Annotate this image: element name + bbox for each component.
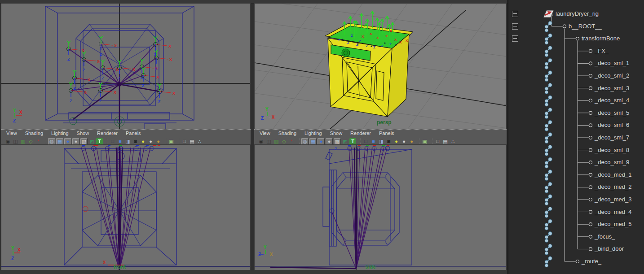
svg-text:X: X [362,35,364,39]
camera-attributes-icon[interactable]: ◫ [265,138,272,145]
panel-layout-icon[interactable]: ▤ [189,138,195,145]
outliner-row-_deco_sml_2[interactable]: _deco_sml_2 [508,70,644,82]
two-sided-lighting-icon[interactable]: ◩ [88,138,95,145]
bounding-box-icon[interactable]: ■ [370,138,377,145]
menu-shading[interactable]: Shading [278,130,296,137]
outliner-label: _deco_med_4 [595,209,631,215]
outliner-row-_deco_sml_4[interactable]: _deco_sml_4 [508,95,644,106]
svg-text:X: X [19,110,22,115]
menu-shading[interactable]: Shading [25,130,43,137]
collapse-toggle[interactable] [512,11,518,17]
smooth-shade-icon[interactable]: ● [64,138,71,145]
outliner-label: _deco_sml_4 [595,97,629,104]
wireframe-cube-icon[interactable]: □ [109,138,116,145]
textured-view-icon[interactable]: T [96,138,103,145]
collapse-toggle[interactable] [512,35,518,42]
outliner-row-_route_[interactable]: _route_ [508,256,644,267]
outliner-row-transformBone[interactable]: transformBone [508,33,644,44]
object-view-cube-icon[interactable]: □ [181,138,188,145]
outliner-row-b__ROOT__[interactable]: b__ROOT__ [508,21,644,32]
outliner-label: _deco_sml_2 [595,72,629,79]
outliner-row-_focus_[interactable]: _focus_ [508,231,644,243]
collapse-toggle[interactable] [512,23,518,30]
white-light-icon[interactable]: ● [401,138,407,145]
outliner-row-_deco_sml_5[interactable]: _deco_sml_5 [508,107,644,119]
menu-renderer[interactable]: Renderer [350,130,371,137]
menu-show[interactable]: Show [77,130,89,137]
viewport-front-ortho[interactable]: XZXZXZXZXZXZXZXZXZXZXZXZXZ YXZ [1,3,251,129]
wireframe-sphere-icon[interactable]: ◍ [48,138,55,145]
gold-light-icon[interactable]: ● [155,138,162,145]
default-material-icon[interactable]: ◙ [385,138,392,145]
gold-light-icon[interactable]: ● [408,138,415,145]
outliner-row-_deco_med_1[interactable]: _deco_med_1 [508,169,644,181]
menu-lighting[interactable]: Lighting [51,130,69,137]
outliner-row-_deco_sml_3[interactable]: _deco_sml_3 [508,83,644,94]
outliner-row-laundryDryer_rig[interactable]: laundryDryer_rig [508,8,644,20]
menu-show[interactable]: Show [330,130,343,137]
xray-icon[interactable]: ▧ [334,138,341,145]
outliner-label: _deco_sml_1 [595,60,629,66]
menu-panels[interactable]: Panels [126,130,141,137]
yellow-light-icon[interactable]: ● [140,138,146,145]
textured-view-icon[interactable]: T [349,138,356,145]
shaded-cube-icon[interactable]: ◨ [124,138,131,145]
bounding-box-icon[interactable]: ■ [117,138,124,145]
menu-renderer[interactable]: Renderer [97,130,118,137]
points-grid-icon[interactable]: ▦ [309,138,317,145]
outliner-row-_bind_door[interactable]: _bind_door [508,243,644,255]
camera-icon[interactable]: ◉ [258,138,265,145]
svg-text:Y: Y [265,107,269,112]
bone-lines [270,148,387,269]
grid-display-icon[interactable]: ◇ [281,138,287,145]
film-gate-icon[interactable]: ▥ [273,138,280,145]
outliner-row-_FX_[interactable]: _FX_ [508,45,644,57]
menu-panels[interactable]: Panels [379,130,394,137]
default-material-icon[interactable]: ◙ [132,138,139,145]
menu-view[interactable]: View [260,130,270,137]
outliner-row-_deco_med_2[interactable]: _deco_med_2 [508,181,644,193]
menu-view[interactable]: View [6,130,17,137]
outliner-row-_deco_sml_8[interactable]: _deco_sml_8 [508,144,644,156]
share-nodes-icon[interactable]: ∴ [196,138,203,145]
viewport-side[interactable]: Z side YZX [254,144,507,270]
wireframe-cube-icon[interactable]: □ [362,138,369,145]
viewport-front[interactable]: X front YXZ [1,144,251,270]
flat-shade-icon[interactable]: ● [72,138,79,145]
shaded-cube-icon[interactable]: ◨ [378,138,384,145]
camera-icon[interactable]: ◉ [4,138,11,145]
outliner-row-_deco_med_3[interactable]: _deco_med_3 [508,194,644,205]
smooth-shade-icon[interactable]: ● [318,138,325,145]
front-view-label: front [114,264,126,270]
outliner-label: _deco_sml_8 [595,147,629,153]
flat-shade-icon[interactable]: ● [326,138,333,145]
grid-display-icon[interactable]: ◇ [27,138,34,145]
isolate-select-icon[interactable]: ▣ [421,138,428,145]
outliner-label: transformBone [582,35,620,42]
outliner-row-_deco_med_4[interactable]: _deco_med_4 [508,206,644,218]
outliner-row-_deco_sml_6[interactable]: _deco_sml_6 [508,119,644,131]
panel-layout-icon[interactable]: ▤ [442,138,449,145]
viewport-persp[interactable]: ZZZZZZZZZXXXXXXXX persp YZX [254,3,507,129]
wireframe-sphere-icon[interactable]: ◍ [301,138,309,145]
spray-icon[interactable]: * [35,138,42,145]
spray-icon[interactable]: * [288,138,295,145]
menu-lighting[interactable]: Lighting [304,130,322,137]
two-sided-lighting-icon[interactable]: ◩ [342,138,348,145]
outliner-row-_deco_med_5[interactable]: _deco_med_5 [508,218,644,230]
svg-text:Z: Z [373,45,375,49]
camera-attributes-icon[interactable]: ◫ [12,138,19,145]
outliner-row-_deco_sml_9[interactable]: _deco_sml_9 [508,157,644,168]
object-view-cube-icon[interactable]: □ [434,138,441,145]
share-nodes-icon[interactable]: ∴ [450,138,456,145]
outliner-row-_deco_sml_7[interactable]: _deco_sml_7 [508,132,644,144]
white-light-icon[interactable]: ● [147,138,154,145]
xray-icon[interactable]: ▧ [80,138,88,145]
isolate-select-icon[interactable]: ▣ [168,138,175,145]
points-grid-icon[interactable]: ▦ [56,138,63,145]
svg-text:Z: Z [13,118,16,123]
film-gate-icon[interactable]: ▥ [20,138,26,145]
outliner-label: _focus_ [595,233,615,240]
outliner-row-_deco_sml_1[interactable]: _deco_sml_1 [508,57,644,69]
yellow-light-icon[interactable]: ● [393,138,400,145]
